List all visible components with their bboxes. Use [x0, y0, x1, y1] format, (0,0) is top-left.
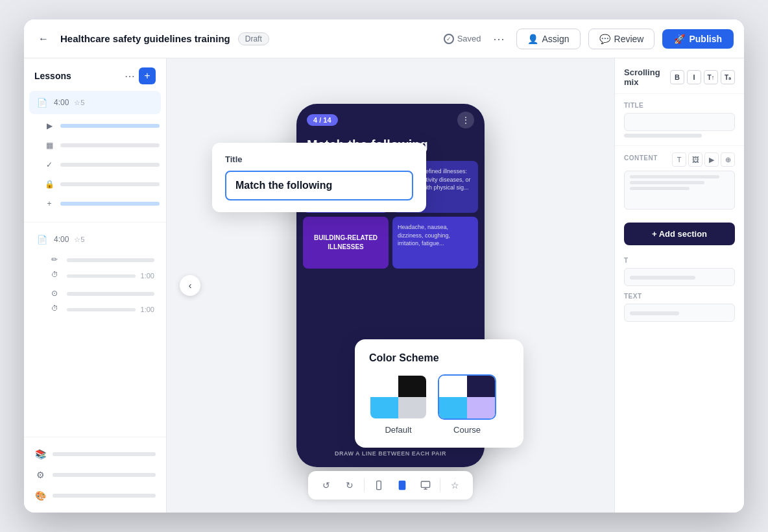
phone-footer: DRAW A LINE BETWEEN EACH PAIR: [296, 450, 485, 457]
saved-label: Saved: [457, 34, 481, 43]
add-icon: +: [43, 198, 55, 210]
lesson-item-2[interactable]: 📄 4:00 ☆5: [29, 228, 161, 251]
sub-item-3[interactable]: ✓: [40, 156, 166, 174]
assign-button[interactable]: 👤 Assign: [516, 29, 581, 49]
sidebar-bottom-3[interactable]: 🎨: [24, 485, 166, 506]
redo-button[interactable]: ↻: [341, 476, 359, 494]
right-panel-header: Scrolling mix B I T↑ Tₐ: [615, 58, 744, 94]
add-section-button[interactable]: + Add section: [624, 223, 735, 245]
header-more-button[interactable]: ⋯: [489, 29, 509, 49]
title-popup-label: Title: [225, 154, 413, 164]
sub-item-bar-3: [60, 163, 160, 167]
lesson-2-time: 4:00: [54, 235, 69, 244]
text-size-down-button[interactable]: Tₐ: [721, 70, 735, 84]
sidebar: Lessons ⋯ + 📄 4:00 ☆5 ▶ ▦: [24, 58, 167, 513]
canvas-area: 4 / 14 ⋮ Match the following SICK BUILDI…: [167, 58, 614, 513]
desktop-view-button[interactable]: [416, 476, 435, 494]
sidebar-bar-2: [53, 473, 156, 477]
title-field-input[interactable]: [624, 113, 735, 131]
text-size-up-button[interactable]: T↑: [704, 70, 718, 84]
lesson-icon: 📄: [36, 96, 49, 109]
extra-input-1[interactable]: [624, 268, 735, 286]
sub-items: ▶ ▦ ✓ 🔒 +: [40, 117, 166, 217]
main-content: Lessons ⋯ + 📄 4:00 ☆5 ▶ ▦: [24, 58, 744, 513]
assign-icon: 👤: [527, 34, 538, 44]
title-text-bar: [624, 134, 702, 138]
phone-menu-button[interactable]: ⋮: [457, 112, 474, 128]
color-scheme-options: Default Course: [369, 374, 509, 435]
default-label: Default: [385, 425, 411, 435]
lesson-2-stars: ☆5: [74, 236, 84, 244]
sub-item-5[interactable]: +: [40, 195, 166, 213]
sidebar-header: Lessons ⋯ +: [24, 58, 166, 91]
content-area[interactable]: [624, 171, 735, 210]
check-icon: ✓: [43, 159, 55, 171]
content-icons: T 🖼 ▶ ⊕: [672, 152, 735, 167]
sub-item-2[interactable]: ▦: [40, 136, 166, 154]
sidebar-bottom-2[interactable]: ⚙: [24, 465, 166, 485]
palette-icon: 🎨: [34, 490, 46, 502]
bottom-toolbar: ↺ ↻ ☆: [308, 471, 473, 500]
lesson-stars: ☆5: [74, 99, 84, 107]
bold-button[interactable]: B: [670, 70, 684, 84]
sidebar-more-button[interactable]: ⋯: [125, 70, 135, 82]
book-icon: 📚: [34, 448, 46, 460]
lock-icon: 🔒: [43, 178, 55, 190]
back-button[interactable]: ←: [34, 30, 53, 48]
video-tool-icon[interactable]: ▶: [704, 152, 719, 167]
lesson-2-icon: 📄: [36, 233, 49, 246]
sub-item-4[interactable]: 🔒: [40, 175, 166, 193]
sidebar-bar-1: [53, 452, 156, 456]
sub-item-1[interactable]: ▶: [40, 117, 166, 135]
gear-icon: ⚙: [34, 469, 46, 481]
extra-label-1: T: [624, 257, 735, 264]
content-field-header: CONTENT T 🖼 ▶ ⊕: [615, 146, 744, 171]
lesson-time: 4:00: [54, 98, 69, 107]
header: ← Healthcare safety guidelines training …: [24, 19, 744, 58]
match-cell-2-left[interactable]: BUILDING-RELATED ILLNESSES: [303, 217, 389, 269]
svg-rect-2: [421, 481, 429, 487]
color-scheme-course[interactable]: Course: [438, 374, 496, 435]
sidebar-bar-3: [53, 494, 156, 498]
table-icon: ▦: [43, 139, 55, 151]
add-lesson-button[interactable]: +: [139, 67, 156, 84]
more-tool-icon[interactable]: ⊕: [721, 152, 735, 167]
match-cell-2-right[interactable]: Headache, nausea, dizziness, coughing, i…: [392, 217, 478, 269]
saved-check-icon: ✓: [444, 34, 454, 44]
extra-fields: T TEXT: [615, 252, 744, 333]
color-scheme-title: Color Scheme: [369, 352, 509, 364]
star-button[interactable]: ☆: [446, 476, 464, 494]
title-field-group: TITLE: [615, 94, 744, 146]
title-input[interactable]: [225, 171, 413, 200]
content-field-label: CONTENT: [624, 154, 658, 162]
undo-button[interactable]: ↺: [317, 476, 335, 494]
phone-top-bar: 4 / 14 ⋮: [296, 104, 485, 134]
extra-input-2[interactable]: [624, 304, 735, 322]
match-cell-2-right-text: Headache, nausea, dizziness, coughing, i…: [398, 223, 473, 248]
scrolling-mix-label: Scrolling mix: [624, 67, 670, 87]
sidebar-bottom-1[interactable]: 📚: [24, 444, 166, 465]
mobile-view-button[interactable]: [370, 476, 388, 494]
publish-button[interactable]: 🚀 Publish: [662, 29, 734, 49]
document-title: Healthcare safety guidelines training: [60, 33, 230, 44]
text-tool-icon[interactable]: T: [672, 152, 686, 167]
image-tool-icon[interactable]: 🖼: [688, 152, 702, 167]
sub-item-bar-2: [60, 143, 160, 147]
tablet-view-button[interactable]: [393, 476, 411, 494]
phone-counter: 4 / 14: [307, 114, 338, 126]
course-swatch: [438, 374, 496, 420]
color-scheme-default[interactable]: Default: [369, 374, 427, 435]
svg-rect-0: [377, 481, 381, 489]
review-button[interactable]: 💬 Review: [588, 29, 655, 49]
course-label: Course: [453, 425, 481, 435]
draft-badge: Draft: [238, 32, 269, 45]
saved-status: ✓ Saved: [444, 34, 481, 44]
svg-rect-1: [399, 481, 405, 489]
lesson-item-active[interactable]: 📄 4:00 ☆5: [29, 91, 161, 114]
review-icon: 💬: [599, 34, 610, 44]
prev-slide-button[interactable]: ‹: [180, 275, 200, 296]
match-cell-2-left-text: BUILDING-RELATED ILLNESSES: [308, 234, 383, 252]
sub-item-bar-4: [60, 182, 160, 186]
italic-button[interactable]: I: [687, 70, 701, 84]
publish-icon: 🚀: [674, 34, 685, 44]
